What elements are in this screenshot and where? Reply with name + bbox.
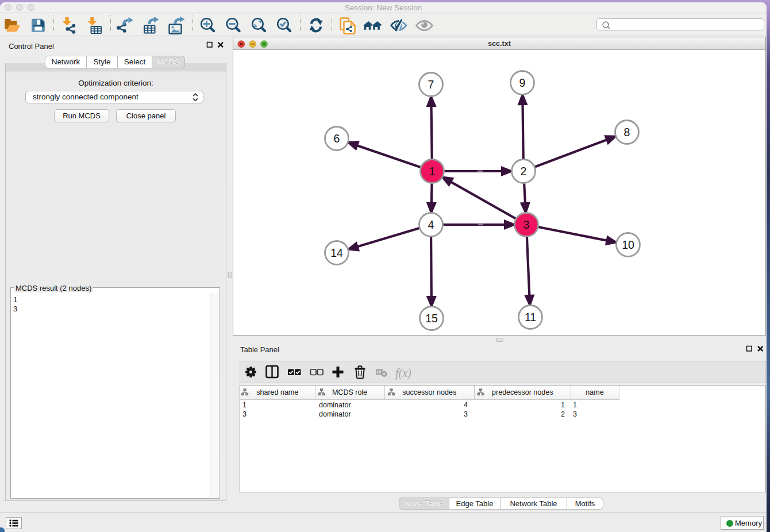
svg-text:9: 9	[519, 76, 525, 88]
svg-text:4: 4	[428, 218, 434, 230]
svg-text:8: 8	[623, 125, 630, 138]
svg-text:11: 11	[524, 310, 536, 323]
svg-text:1: 1	[429, 164, 435, 177]
svg-text:6: 6	[333, 132, 340, 144]
svg-text:2: 2	[520, 164, 526, 177]
svg-text:f(x): f(x)	[395, 367, 411, 380]
svg-text:7: 7	[428, 78, 434, 90]
svg-text:14: 14	[330, 246, 343, 259]
svg-text:10: 10	[622, 238, 634, 250]
svg-text:15: 15	[425, 311, 438, 324]
svg-text:3: 3	[523, 218, 529, 230]
